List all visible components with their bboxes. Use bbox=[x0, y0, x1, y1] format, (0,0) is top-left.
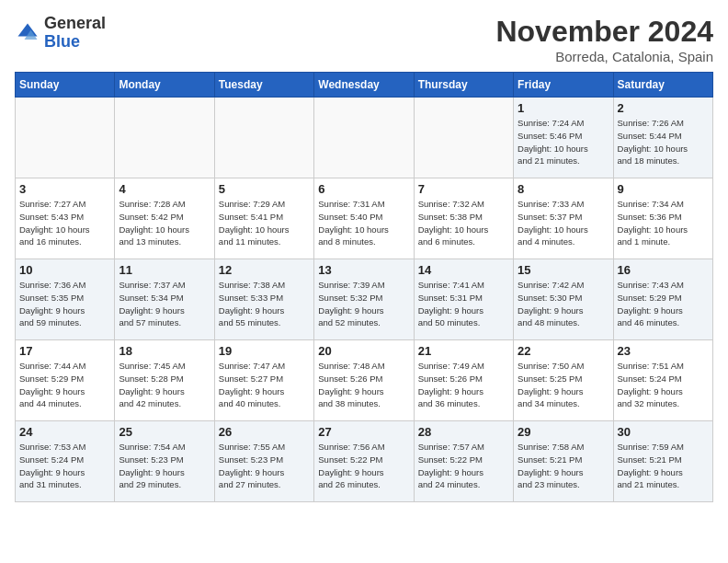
day-info: Sunrise: 7:49 AM Sunset: 5:26 PM Dayligh… bbox=[418, 360, 509, 410]
day-number: 2 bbox=[618, 101, 709, 115]
weekday-header: Monday bbox=[115, 73, 214, 98]
day-number: 3 bbox=[19, 182, 110, 196]
day-info: Sunrise: 7:53 AM Sunset: 5:24 PM Dayligh… bbox=[19, 441, 110, 491]
day-number: 14 bbox=[418, 263, 509, 277]
svg-marker-0 bbox=[18, 23, 38, 36]
day-info: Sunrise: 7:38 AM Sunset: 5:33 PM Dayligh… bbox=[219, 279, 310, 329]
calendar-cell bbox=[214, 98, 313, 178]
day-number: 12 bbox=[219, 263, 310, 277]
day-info: Sunrise: 7:37 AM Sunset: 5:34 PM Dayligh… bbox=[119, 279, 210, 329]
calendar-cell: 8Sunrise: 7:33 AM Sunset: 5:37 PM Daylig… bbox=[514, 178, 613, 259]
calendar-cell: 20Sunrise: 7:48 AM Sunset: 5:26 PM Dayli… bbox=[314, 340, 414, 421]
day-number: 7 bbox=[418, 182, 509, 196]
logo-text: General Blue bbox=[44, 15, 106, 52]
calendar-cell: 19Sunrise: 7:47 AM Sunset: 5:27 PM Dayli… bbox=[214, 340, 313, 421]
calendar-cell: 14Sunrise: 7:41 AM Sunset: 5:31 PM Dayli… bbox=[414, 259, 513, 340]
day-info: Sunrise: 7:32 AM Sunset: 5:38 PM Dayligh… bbox=[418, 198, 509, 248]
day-number: 15 bbox=[518, 263, 609, 277]
calendar-cell: 18Sunrise: 7:45 AM Sunset: 5:28 PM Dayli… bbox=[115, 340, 214, 421]
day-info: Sunrise: 7:47 AM Sunset: 5:27 PM Dayligh… bbox=[219, 360, 310, 410]
day-info: Sunrise: 7:56 AM Sunset: 5:22 PM Dayligh… bbox=[318, 441, 409, 491]
calendar-cell: 29Sunrise: 7:58 AM Sunset: 5:21 PM Dayli… bbox=[514, 421, 613, 502]
calendar-cell: 25Sunrise: 7:54 AM Sunset: 5:23 PM Dayli… bbox=[115, 421, 214, 502]
day-number: 1 bbox=[518, 101, 609, 115]
day-number: 18 bbox=[119, 344, 210, 358]
day-number: 6 bbox=[318, 182, 409, 196]
day-number: 20 bbox=[318, 344, 409, 358]
calendar-cell: 5Sunrise: 7:29 AM Sunset: 5:41 PM Daylig… bbox=[214, 178, 313, 259]
title-block: November 2024 Borreda, Catalonia, Spain bbox=[495, 15, 713, 64]
day-info: Sunrise: 7:41 AM Sunset: 5:31 PM Dayligh… bbox=[418, 279, 509, 329]
day-info: Sunrise: 7:55 AM Sunset: 5:23 PM Dayligh… bbox=[219, 441, 310, 491]
day-number: 8 bbox=[518, 182, 609, 196]
calendar-cell: 27Sunrise: 7:56 AM Sunset: 5:22 PM Dayli… bbox=[314, 421, 414, 502]
calendar-cell: 21Sunrise: 7:49 AM Sunset: 5:26 PM Dayli… bbox=[414, 340, 513, 421]
day-info: Sunrise: 7:24 AM Sunset: 5:46 PM Dayligh… bbox=[518, 117, 609, 167]
day-info: Sunrise: 7:51 AM Sunset: 5:24 PM Dayligh… bbox=[618, 360, 709, 410]
calendar-table: SundayMondayTuesdayWednesdayThursdayFrid… bbox=[15, 72, 713, 502]
calendar-cell: 11Sunrise: 7:37 AM Sunset: 5:34 PM Dayli… bbox=[115, 259, 214, 340]
weekday-header: Friday bbox=[514, 73, 613, 98]
month-title: November 2024 bbox=[495, 15, 713, 49]
calendar-cell: 1Sunrise: 7:24 AM Sunset: 5:46 PM Daylig… bbox=[514, 98, 613, 178]
day-info: Sunrise: 7:28 AM Sunset: 5:42 PM Dayligh… bbox=[119, 198, 210, 248]
day-number: 24 bbox=[19, 425, 110, 439]
day-number: 21 bbox=[418, 344, 509, 358]
calendar-week-row: 1Sunrise: 7:24 AM Sunset: 5:46 PM Daylig… bbox=[16, 98, 713, 178]
weekday-header: Thursday bbox=[414, 73, 513, 98]
calendar-cell: 4Sunrise: 7:28 AM Sunset: 5:42 PM Daylig… bbox=[115, 178, 214, 259]
day-info: Sunrise: 7:54 AM Sunset: 5:23 PM Dayligh… bbox=[119, 441, 210, 491]
page-header: General Blue November 2024 Borreda, Cata… bbox=[15, 15, 713, 64]
calendar-cell: 7Sunrise: 7:32 AM Sunset: 5:38 PM Daylig… bbox=[414, 178, 513, 259]
day-info: Sunrise: 7:27 AM Sunset: 5:43 PM Dayligh… bbox=[19, 198, 110, 248]
day-number: 16 bbox=[618, 263, 709, 277]
weekday-header: Sunday bbox=[16, 73, 115, 98]
day-info: Sunrise: 7:59 AM Sunset: 5:21 PM Dayligh… bbox=[618, 441, 709, 491]
day-info: Sunrise: 7:36 AM Sunset: 5:35 PM Dayligh… bbox=[19, 279, 110, 329]
day-info: Sunrise: 7:44 AM Sunset: 5:29 PM Dayligh… bbox=[19, 360, 110, 410]
day-number: 17 bbox=[19, 344, 110, 358]
day-info: Sunrise: 7:48 AM Sunset: 5:26 PM Dayligh… bbox=[318, 360, 409, 410]
day-info: Sunrise: 7:43 AM Sunset: 5:29 PM Dayligh… bbox=[618, 279, 709, 329]
logo: General Blue bbox=[15, 15, 106, 52]
calendar-cell: 6Sunrise: 7:31 AM Sunset: 5:40 PM Daylig… bbox=[314, 178, 414, 259]
day-number: 27 bbox=[318, 425, 409, 439]
day-number: 13 bbox=[318, 263, 409, 277]
day-number: 23 bbox=[618, 344, 709, 358]
day-info: Sunrise: 7:33 AM Sunset: 5:37 PM Dayligh… bbox=[518, 198, 609, 248]
day-info: Sunrise: 7:26 AM Sunset: 5:44 PM Dayligh… bbox=[618, 117, 709, 167]
day-info: Sunrise: 7:29 AM Sunset: 5:41 PM Dayligh… bbox=[219, 198, 310, 248]
location: Borreda, Catalonia, Spain bbox=[495, 49, 713, 64]
calendar-cell bbox=[314, 98, 414, 178]
day-number: 28 bbox=[418, 425, 509, 439]
day-info: Sunrise: 7:58 AM Sunset: 5:21 PM Dayligh… bbox=[518, 441, 609, 491]
calendar-cell: 17Sunrise: 7:44 AM Sunset: 5:29 PM Dayli… bbox=[16, 340, 115, 421]
day-number: 29 bbox=[518, 425, 609, 439]
calendar-cell: 10Sunrise: 7:36 AM Sunset: 5:35 PM Dayli… bbox=[16, 259, 115, 340]
day-info: Sunrise: 7:34 AM Sunset: 5:36 PM Dayligh… bbox=[618, 198, 709, 248]
day-info: Sunrise: 7:39 AM Sunset: 5:32 PM Dayligh… bbox=[318, 279, 409, 329]
calendar-cell: 26Sunrise: 7:55 AM Sunset: 5:23 PM Dayli… bbox=[214, 421, 313, 502]
day-info: Sunrise: 7:45 AM Sunset: 5:28 PM Dayligh… bbox=[119, 360, 210, 410]
calendar-cell bbox=[414, 98, 513, 178]
calendar-cell: 15Sunrise: 7:42 AM Sunset: 5:30 PM Dayli… bbox=[514, 259, 613, 340]
day-info: Sunrise: 7:42 AM Sunset: 5:30 PM Dayligh… bbox=[518, 279, 609, 329]
day-info: Sunrise: 7:57 AM Sunset: 5:22 PM Dayligh… bbox=[418, 441, 509, 491]
calendar-week-row: 10Sunrise: 7:36 AM Sunset: 5:35 PM Dayli… bbox=[16, 259, 713, 340]
day-number: 25 bbox=[119, 425, 210, 439]
calendar-week-row: 3Sunrise: 7:27 AM Sunset: 5:43 PM Daylig… bbox=[16, 178, 713, 259]
calendar-week-row: 17Sunrise: 7:44 AM Sunset: 5:29 PM Dayli… bbox=[16, 340, 713, 421]
calendar-cell: 22Sunrise: 7:50 AM Sunset: 5:25 PM Dayli… bbox=[514, 340, 613, 421]
calendar-cell: 13Sunrise: 7:39 AM Sunset: 5:32 PM Dayli… bbox=[314, 259, 414, 340]
day-number: 9 bbox=[618, 182, 709, 196]
day-number: 5 bbox=[219, 182, 310, 196]
weekday-header: Tuesday bbox=[214, 73, 313, 98]
calendar-cell: 16Sunrise: 7:43 AM Sunset: 5:29 PM Dayli… bbox=[613, 259, 712, 340]
day-number: 22 bbox=[518, 344, 609, 358]
day-number: 30 bbox=[618, 425, 709, 439]
calendar-cell: 12Sunrise: 7:38 AM Sunset: 5:33 PM Dayli… bbox=[214, 259, 313, 340]
weekday-header-row: SundayMondayTuesdayWednesdayThursdayFrid… bbox=[16, 73, 713, 98]
day-info: Sunrise: 7:31 AM Sunset: 5:40 PM Dayligh… bbox=[318, 198, 409, 248]
calendar-cell: 23Sunrise: 7:51 AM Sunset: 5:24 PM Dayli… bbox=[613, 340, 712, 421]
calendar-cell: 2Sunrise: 7:26 AM Sunset: 5:44 PM Daylig… bbox=[613, 98, 712, 178]
